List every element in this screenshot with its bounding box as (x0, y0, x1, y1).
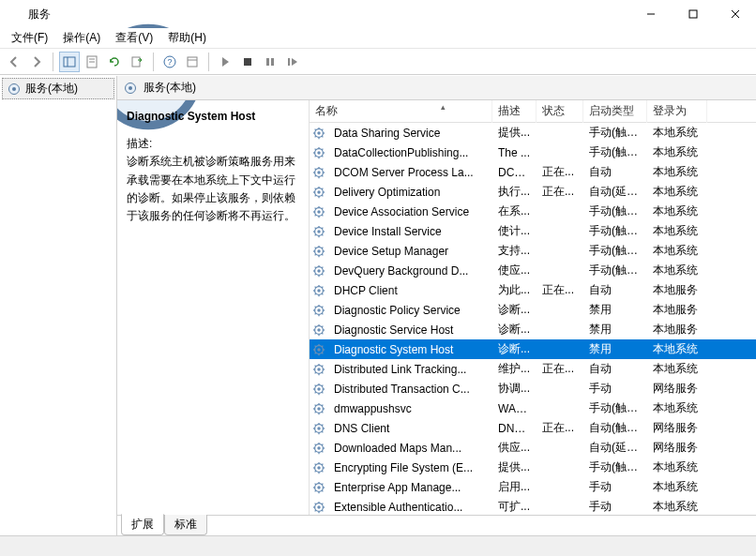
table-row[interactable]: dmwappushsvcWAP...手动(触发...本地系统 (310, 398, 756, 418)
table-row[interactable]: Downloaded Maps Man...供应...自动(延迟...网络服务 (310, 438, 756, 458)
cell-logon: 本地服务 (647, 302, 707, 318)
table-row[interactable]: Distributed Link Tracking...维护...正在...自动… (310, 359, 756, 379)
cell-logon: 本地服务 (647, 282, 707, 298)
cell-desc: 执行... (492, 184, 537, 200)
table-row[interactable]: Distributed Transaction C...协调...手动网络服务 (310, 379, 756, 398)
gear-icon (310, 402, 328, 415)
cell-startup: 手动(触发... (583, 243, 647, 259)
cell-name: DataCollectionPublishing... (328, 146, 492, 159)
cell-startup: 手动(触发... (583, 459, 647, 475)
table-row[interactable]: DNS ClientDNS...正在...自动(触发...网络服务 (310, 418, 756, 438)
cell-logon: 本地系统 (647, 203, 707, 219)
help2-button[interactable] (182, 52, 203, 72)
gear-icon (310, 461, 328, 474)
menu-file[interactable]: 文件(F) (4, 28, 55, 48)
cell-desc: 提供... (492, 125, 537, 141)
table-row[interactable]: Diagnostic Service Host诊断...禁用本地服务 (310, 320, 756, 339)
cell-status: 正在... (537, 420, 583, 436)
col-name[interactable]: 名称 (310, 100, 492, 123)
description-text: 诊断系统主机被诊断策略服务用来承载需要在本地系统上下文中运行的诊断。如果停止该服… (127, 153, 299, 225)
col-startup[interactable]: 启动类型 (583, 100, 647, 123)
nav-back-button[interactable] (4, 52, 24, 72)
col-status[interactable]: 状态 (537, 100, 583, 123)
cell-logon: 本地系统 (647, 361, 707, 377)
minimize-button[interactable] (629, 0, 672, 28)
cell-startup: 自动 (583, 282, 647, 298)
cell-logon: 本地系统 (647, 184, 707, 200)
cell-name: DCOM Server Process La... (328, 166, 492, 179)
table-row[interactable]: Diagnostic System Host诊断...禁用本地系统 (310, 339, 756, 359)
cell-desc: 支持... (492, 243, 537, 259)
cell-logon: 本地系统 (647, 459, 707, 475)
menu-help[interactable]: 帮助(H) (160, 28, 214, 48)
table-row[interactable]: Enterprise App Manage...启用...手动本地系统 (310, 477, 756, 497)
cell-name: Distributed Link Tracking... (328, 363, 492, 376)
cell-desc: 在系... (492, 203, 537, 219)
list-body[interactable]: Data Sharing Service提供...手动(触发...本地系统Dat… (310, 123, 756, 515)
cell-startup: 自动(延迟... (583, 440, 647, 456)
cell-name: DHCP Client (328, 284, 492, 297)
sort-indicator-icon: ▴ (441, 102, 446, 112)
table-row[interactable]: DataCollectionPublishing...The ...手动(触发.… (310, 143, 756, 162)
table-row[interactable]: Device Install Service使计...手动(触发...本地系统 (310, 221, 756, 241)
refresh-button[interactable] (104, 52, 125, 72)
table-row[interactable]: DevQuery Background D...使应...手动(触发...本地系… (310, 261, 756, 280)
show-hide-tree-button[interactable] (59, 52, 80, 72)
table-row[interactable]: Device Setup Manager支持...手动(触发...本地系统 (310, 241, 756, 261)
menu-view[interactable]: 查看(V) (108, 28, 160, 48)
cell-startup: 自动(延迟... (583, 184, 647, 200)
cell-logon: 本地系统 (647, 499, 707, 515)
table-row[interactable]: DCOM Server Process La...DCO...正在...自动本地… (310, 162, 756, 182)
cell-desc: 启用... (492, 479, 537, 495)
table-row[interactable]: Encrypting File System (E...提供...手动(触发..… (310, 458, 756, 477)
stop-button[interactable] (237, 52, 258, 72)
table-row[interactable]: Extensible Authenticatio...可扩...手动本地系统 (310, 497, 756, 515)
pause-button[interactable] (260, 52, 280, 72)
nav-forward-button[interactable] (26, 52, 47, 72)
cell-startup: 自动 (583, 361, 647, 377)
cell-startup: 手动 (583, 499, 647, 515)
gear-icon (123, 81, 138, 96)
gear-icon (310, 304, 328, 317)
service-list: 名称 ▴ 描述 状态 启动类型 登录为 Data Sharing Service… (310, 100, 756, 515)
toolbar: ? (0, 49, 756, 75)
table-row[interactable]: Device Association Service在系...手动(触发...本… (310, 202, 756, 221)
gear-icon (310, 146, 328, 159)
help-button[interactable]: ? (159, 52, 180, 72)
cell-startup: 自动(触发... (583, 420, 647, 436)
tree-root-label: 服务(本地) (25, 81, 78, 97)
gear-icon (310, 363, 328, 376)
table-row[interactable]: Delivery Optimization执行...正在...自动(延迟...本… (310, 182, 756, 202)
restart-button[interactable] (282, 52, 303, 72)
col-logon[interactable]: 登录为 (647, 100, 707, 123)
cell-startup: 自动 (583, 164, 647, 180)
tab-standard[interactable]: 标准 (164, 515, 207, 535)
cell-name: Downloaded Maps Man... (328, 442, 492, 455)
gear-icon (310, 166, 328, 179)
cell-logon: 本地系统 (647, 243, 707, 259)
window-title: 服务 (28, 7, 629, 23)
gear-icon (310, 186, 328, 199)
cell-desc: 协调... (492, 381, 537, 397)
export-button[interactable] (127, 52, 147, 72)
table-row[interactable]: DHCP Client为此...正在...自动本地服务 (310, 280, 756, 300)
properties-button[interactable] (82, 52, 102, 72)
gear-icon (310, 383, 328, 396)
cell-status: 正在... (537, 184, 583, 200)
cell-desc: 使应... (492, 263, 537, 278)
tab-extended[interactable]: 扩展 (121, 514, 164, 535)
col-desc[interactable]: 描述 (492, 100, 537, 123)
cell-startup: 手动(触发... (583, 400, 647, 416)
menu-action[interactable]: 操作(A) (55, 28, 108, 48)
cell-logon: 本地系统 (647, 164, 707, 180)
cell-logon: 本地系统 (647, 263, 707, 278)
start-button[interactable] (215, 52, 235, 72)
cell-name: DevQuery Background D... (328, 264, 492, 278)
close-button[interactable] (714, 0, 756, 28)
gear-icon (310, 264, 328, 278)
maximize-button[interactable] (672, 0, 714, 28)
svg-rect-26 (244, 58, 251, 66)
table-row[interactable]: Diagnostic Policy Service诊断...禁用本地服务 (310, 300, 756, 320)
table-row[interactable]: Data Sharing Service提供...手动(触发...本地系统 (310, 123, 756, 143)
tree-root-services[interactable]: 服务(本地) (2, 78, 114, 99)
